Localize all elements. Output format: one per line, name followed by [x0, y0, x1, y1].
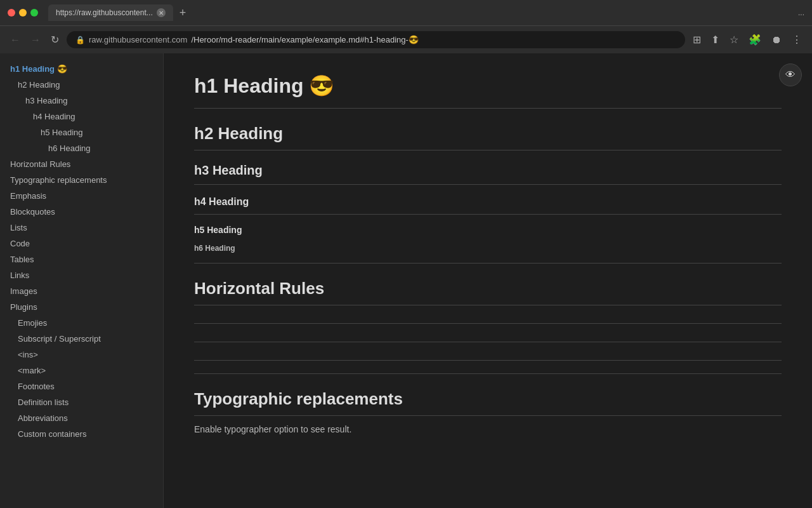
content-typographic-body: Enable typographer option to see result. [194, 422, 782, 436]
sidebar-item-typographic[interactable]: Typographic replacements [0, 172, 163, 188]
refresh-button[interactable]: ↻ [48, 31, 62, 48]
sidebar-item-h5-heading[interactable]: h5 Heading [0, 124, 163, 140]
hr-rule-2 [194, 342, 782, 342]
content-h1: h1 Heading 😎 [194, 74, 782, 98]
sidebar-item-mark[interactable]: <mark> [0, 363, 163, 378]
sidebar-item-h1-heading[interactable]: h1 Heading 😎 [0, 61, 163, 77]
sidebar-item-custom-containers[interactable]: Custom containers [0, 426, 163, 442]
sidebar-item-footnotes[interactable]: Footnotes [0, 378, 163, 394]
main-layout: h1 Heading 😎 h2 Heading h3 Heading h4 He… [0, 53, 812, 508]
close-button[interactable] [8, 9, 15, 17]
h3-bottom-divider [194, 184, 782, 185]
tab-title: https://raw.githubuscontent... [56, 8, 153, 17]
sidebar-item-code[interactable]: Code [0, 236, 163, 251]
record-icon[interactable]: ⏺ [769, 32, 784, 48]
sidebar-item-ins[interactable]: <ins> [0, 347, 163, 363]
sidebar-item-tables[interactable]: Tables [0, 251, 163, 267]
address-path: /Heroor/md-reader/main/example/example.m… [191, 35, 419, 44]
preview-toggle-button[interactable]: 👁 [779, 64, 802, 86]
sidebar-item-abbreviations[interactable]: Abbreviations [0, 410, 163, 426]
eye-icon: 👁 [785, 69, 796, 81]
content-h6: h6 Heading [194, 244, 782, 253]
tab-close-button[interactable]: ✕ [157, 8, 166, 17]
typographic-divider [194, 415, 782, 416]
section-divider-1 [194, 263, 782, 264]
titlebar: https://raw.githubuscontent... ✕ + ... [0, 0, 812, 25]
hr-divider-top [194, 305, 782, 305]
window-controls: ... [798, 8, 804, 17]
content-h2: h2 Heading [194, 124, 782, 144]
active-tab[interactable]: https://raw.githubuscontent... ✕ [48, 4, 173, 21]
tab-bar: https://raw.githubuscontent... ✕ + [48, 4, 793, 21]
sidebar-item-emphasis[interactable]: Emphasis [0, 188, 163, 204]
h4-bottom-divider [194, 214, 782, 215]
sidebar-item-h6-heading[interactable]: h6 Heading [0, 140, 163, 156]
address-bar-input[interactable]: 🔒 raw.githubusercontent.com /Heroor/md-r… [67, 31, 685, 48]
extension-icon[interactable]: 🧩 [746, 31, 764, 48]
menu-icon[interactable]: ⋮ [789, 31, 804, 48]
traffic-lights [8, 9, 38, 17]
content-h5: h5 Heading [194, 225, 782, 235]
h2-bottom-divider [194, 150, 782, 150]
sidebar-item-h2-heading[interactable]: h2 Heading [0, 77, 163, 93]
h2-divider [194, 108, 782, 109]
sidebar-item-blockquotes[interactable]: Blockquotes [0, 204, 163, 220]
sidebar-item-h3-heading[interactable]: h3 Heading [0, 93, 163, 109]
content-typographic: Typographic replacements [194, 389, 782, 409]
sidebar-item-subscript[interactable]: Subscript / Superscript [0, 331, 163, 347]
sidebar-item-links[interactable]: Links [0, 267, 163, 283]
sidebar-item-lists[interactable]: Lists [0, 220, 163, 236]
share-icon[interactable]: ⬆ [709, 31, 722, 48]
hr-rule-3 [194, 360, 782, 361]
sidebar-item-images[interactable]: Images [0, 283, 163, 299]
sidebar-item-plugins[interactable]: Plugins [0, 299, 163, 315]
back-button[interactable]: ← [8, 32, 23, 48]
lock-icon: 🔒 [75, 36, 85, 44]
sidebar-item-emojies[interactable]: Emojies [0, 315, 163, 331]
toolbar-icons: ⊞ ⬆ ☆ 🧩 ⏺ ⋮ [690, 31, 804, 48]
bookmark-icon[interactable]: ☆ [727, 31, 741, 48]
section-divider-2 [194, 373, 782, 374]
content-area: 👁 h1 Heading 😎 h2 Heading h3 Heading h4 … [164, 53, 812, 508]
hr-rule-1 [194, 323, 782, 324]
forward-button[interactable]: → [28, 32, 43, 48]
sidebar: h1 Heading 😎 h2 Heading h3 Heading h4 He… [0, 53, 164, 508]
translate-icon[interactable]: ⊞ [690, 31, 704, 48]
sidebar-item-definition-lists[interactable]: Definition lists [0, 394, 163, 410]
minimize-button[interactable] [19, 9, 27, 17]
sidebar-item-h4-heading[interactable]: h4 Heading [0, 109, 163, 124]
content-h3: h3 Heading [194, 163, 782, 178]
address-domain: raw.githubusercontent.com [89, 35, 187, 44]
sidebar-item-horizontal-rules[interactable]: Horizontal Rules [0, 156, 163, 172]
addressbar: ← → ↻ 🔒 raw.githubusercontent.com /Heroo… [0, 25, 812, 53]
content-horizontal-rules: Horizontal Rules [194, 279, 782, 298]
content-h4: h4 Heading [194, 196, 782, 208]
maximize-button[interactable] [30, 9, 38, 17]
new-tab-button[interactable]: + [176, 5, 190, 21]
